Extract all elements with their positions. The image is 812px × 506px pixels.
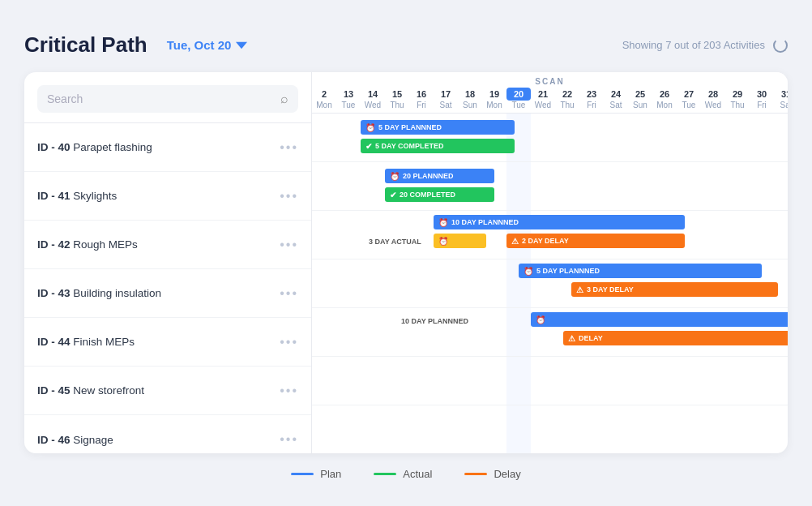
date-cell: 14 (361, 88, 385, 101)
day-cell: Sat (434, 101, 458, 113)
bar-icon: ⏰ (438, 218, 448, 227)
gantt-row (312, 357, 788, 405)
gantt-bar: ⚠3 DAY DELAY (571, 282, 778, 297)
date-cell: 19 (482, 88, 506, 101)
day-cell: Mon (652, 101, 677, 113)
page-title: Critical Path (24, 32, 147, 58)
gantt-row: ⏰20 PLANNNED✔20 COMPLETED (312, 162, 788, 211)
more-button[interactable]: ••• (280, 335, 298, 349)
day-cell: Thu (555, 101, 579, 113)
left-panel: ⌕ ID - 40 Parapet flashing•••ID - 41 Sky… (24, 72, 312, 453)
date-cell: 30 (750, 88, 774, 101)
bar-icon: ⚠ (511, 237, 519, 246)
gantt-panel: SCAN 21314151617181920212223242526272829… (312, 72, 788, 453)
activity-list: ID - 40 Parapet flashing•••ID - 41 Skyli… (24, 123, 311, 453)
gantt-bar: ⚠2 DAY DELAY (506, 234, 685, 248)
refresh-icon[interactable] (773, 38, 788, 53)
date-cell: 17 (434, 88, 458, 101)
gantt-body: ⏰5 DAY PLANNNED✔5 DAY COMPLETED⏰20 PLANN… (312, 114, 788, 453)
legend-item: Delay (464, 468, 520, 480)
date-cell: 31 (774, 88, 788, 101)
bar-label: 3 DAY DELAY (587, 285, 634, 294)
gantt-row (312, 405, 788, 453)
gantt-header: SCAN 21314151617181920212223242526272829… (312, 72, 788, 114)
page-header: Critical Path Tue, Oct 20 Showing 7 out … (24, 32, 788, 58)
header-left: Critical Path Tue, Oct 20 (24, 32, 247, 58)
search-box: ⌕ (37, 85, 298, 113)
date-cell: 23 (579, 88, 604, 101)
day-row: MonTueWedThuFriSatSunMonTueWedThuFriSatS… (312, 101, 788, 113)
bar-icon: ✔ (365, 142, 372, 151)
legend-label: Actual (403, 468, 432, 480)
day-cell: Sat (774, 101, 788, 113)
chevron-down-icon (236, 40, 247, 51)
gantt-bar: ⏰5 DAY PLANNNED (519, 264, 762, 278)
gantt-row: ⏰5 DAY PLANNNED✔5 DAY COMPLETED (312, 114, 788, 162)
bar-icon: ⚠ (576, 285, 583, 294)
date-cell: 29 (725, 88, 750, 101)
date-cell: 2 (312, 88, 336, 101)
activity-name: ID - 40 Parapet flashing (37, 141, 152, 153)
more-button[interactable]: ••• (280, 140, 298, 155)
main-card: ⌕ ID - 40 Parapet flashing•••ID - 41 Sky… (24, 72, 788, 453)
legend-item: Actual (374, 468, 432, 480)
gantt-bar: ✔5 DAY COMPLETED (361, 139, 515, 153)
day-cell: Tue (677, 101, 701, 113)
date-selector[interactable]: Tue, Oct 20 (167, 38, 248, 52)
day-cell: Fri (579, 101, 604, 113)
activity-name: ID - 41 Skylights (37, 190, 117, 202)
day-cell: Sat (604, 101, 628, 113)
more-button[interactable]: ••• (280, 384, 298, 398)
legend: PlanActualDelay (24, 453, 788, 488)
bar-icon: ⏰ (438, 237, 448, 246)
legend-line (374, 473, 396, 475)
bar-icon: ⏰ (390, 172, 400, 181)
gantt-bar: ⏰ (434, 234, 486, 248)
date-cell: 20 (506, 88, 531, 101)
more-button[interactable]: ••• (280, 286, 298, 301)
day-cell: Wed (701, 101, 725, 113)
legend-label: Delay (494, 468, 520, 480)
bar-icon: ⏰ (524, 267, 533, 276)
day-cell: Fri (409, 101, 434, 113)
gantt-bar: ✔20 COMPLETED (385, 187, 494, 202)
bar-label: 20 PLANNNED (403, 172, 454, 180)
bar-label: 20 COMPLETED (400, 191, 455, 199)
bar-label: 2 DAY DELAY (522, 237, 569, 245)
gantt-row: 10 DAY PLANNNED⏰⚠DELAY (312, 308, 788, 357)
bar-label: DELAY (579, 334, 603, 342)
legend-line (291, 473, 314, 475)
activity-name: ID - 43 Building insulation (37, 287, 161, 299)
activity-row: ID - 43 Building insulation••• (24, 269, 311, 318)
gantt-bar: ⏰ (531, 312, 788, 327)
gantt-row: ⏰10 DAY PLANNNED⏰⚠2 DAY DELAY3 DAY ACTUA… (312, 211, 788, 259)
gantt-row: ⏰5 DAY PLANNNED⚠3 DAY DELAY (312, 259, 788, 308)
bar-label: 5 DAY PLANNNED (536, 267, 600, 275)
date-cell: 22 (555, 88, 579, 101)
page-wrapper: Critical Path Tue, Oct 20 Showing 7 out … (0, 16, 812, 506)
activity-row: ID - 44 Finish MEPs••• (24, 318, 311, 367)
gantt-bar: ⏰10 DAY PLANNNED (434, 215, 685, 229)
more-button[interactable]: ••• (280, 432, 298, 447)
header-right: Showing 7 out of 203 Activities (622, 38, 788, 53)
activity-name: ID - 46 Signage (37, 434, 113, 446)
bar-icon: ⏰ (365, 123, 375, 132)
date-row: 2131415161718192021222324252627282930311… (312, 88, 788, 101)
bar-label: 5 DAY COMPLETED (375, 142, 444, 150)
bar-outside-label: 3 DAY ACTUAL (369, 238, 421, 246)
day-cell: Thu (725, 101, 750, 113)
search-input[interactable] (47, 92, 274, 105)
showing-label: Showing 7 out of 203 Activities (622, 39, 765, 51)
gantt-bar: ⏰5 DAY PLANNNED (361, 120, 515, 135)
search-container: ⌕ (24, 72, 311, 123)
legend-item: Plan (291, 468, 341, 480)
date-cell: 24 (604, 88, 628, 101)
more-button[interactable]: ••• (280, 238, 298, 252)
activity-row: ID - 41 Skylights••• (24, 172, 311, 221)
day-cell: Wed (531, 101, 555, 113)
date-cell: 18 (458, 88, 482, 101)
more-button[interactable]: ••• (280, 189, 298, 204)
bar-icon: ⏰ (536, 315, 545, 324)
date-cell: 28 (701, 88, 725, 101)
gantt-bar: ⚠DELAY (563, 331, 788, 345)
